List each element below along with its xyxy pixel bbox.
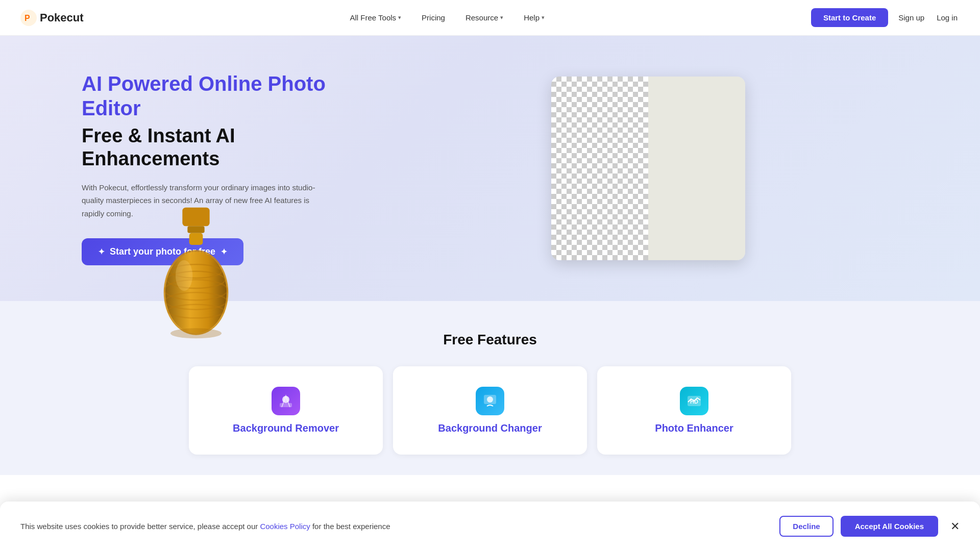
hero-image (551, 77, 745, 260)
svg-point-17 (487, 396, 493, 403)
chevron-down-icon: ▾ (500, 14, 503, 21)
hero-image-bg-side (648, 77, 745, 260)
nav-right: Start to Create Sign up Log in (811, 8, 960, 27)
photo-enhancer-label: Photo Enhancer (655, 422, 733, 434)
background-remover-icon (272, 387, 300, 415)
chevron-down-icon: ▾ (398, 14, 401, 21)
sign-up-button[interactable]: Sign up (896, 9, 926, 26)
feature-card-background-changer[interactable]: Background Changer (393, 366, 587, 455)
nav-all-free-tools[interactable]: All Free Tools ▾ (341, 9, 409, 26)
hero-title-blue: AI Powered Online Photo Editor (82, 71, 368, 120)
logo-text: Pokecut (40, 11, 84, 24)
navbar: P Pokecut All Free Tools ▾ Pricing Resou… (0, 0, 980, 36)
nav-help[interactable]: Help ▾ (516, 9, 553, 26)
chevron-down-icon: ▾ (542, 14, 545, 21)
hero-image-transparent-side (551, 77, 648, 260)
feature-card-background-remover[interactable]: Background Remover (189, 366, 383, 455)
hero-title-black: Free & Instant AI Enhancements (82, 124, 368, 171)
start-to-create-button[interactable]: Start to Create (811, 8, 888, 27)
nav-resource[interactable]: Resource ▾ (457, 9, 511, 26)
sparkle-icon: ✦ (98, 247, 105, 257)
photo-enhancer-icon: HD (680, 387, 708, 415)
hero-section: AI Powered Online Photo Editor Free & In… (0, 36, 980, 301)
background-remover-label: Background Remover (233, 422, 339, 434)
nav-links: All Free Tools ▾ Pricing Resource ▾ Help… (341, 9, 553, 26)
logo[interactable]: P Pokecut (20, 10, 84, 26)
svg-text:P: P (24, 14, 30, 22)
background-changer-label: Background Changer (438, 422, 542, 434)
nav-pricing[interactable]: Pricing (413, 9, 453, 26)
feature-card-photo-enhancer[interactable]: HD Photo Enhancer (597, 366, 791, 455)
background-changer-icon (476, 387, 504, 415)
hero-image-wrapper (398, 77, 898, 260)
features-grid: Background Remover Background Changer HD (31, 366, 949, 455)
log-in-button[interactable]: Log in (935, 9, 960, 26)
